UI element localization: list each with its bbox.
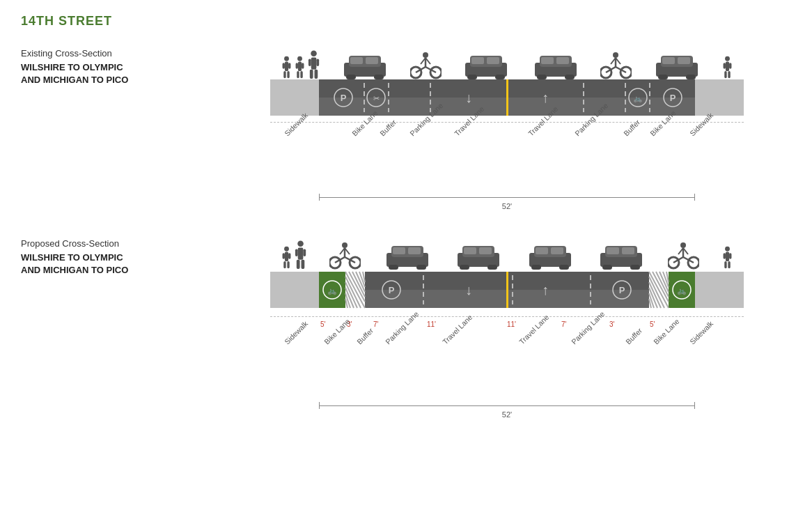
proposed-segment: WILSHIRE TO OLYMPIC AND MICHIGAN TO PICO <box>21 252 223 277</box>
car-icon <box>531 50 580 79</box>
svg-point-12 <box>311 50 317 56</box>
svg-rect-57 <box>678 57 690 64</box>
svg-rect-1 <box>285 62 288 72</box>
svg-rect-36 <box>471 57 484 64</box>
svg-point-0 <box>284 56 289 61</box>
left-pedestrians <box>281 50 320 79</box>
svg-text:P: P <box>619 285 625 295</box>
svg-text:P: P <box>389 285 395 295</box>
svg-point-58 <box>725 56 730 61</box>
existing-section: Existing Cross-Section WILSHIRE TO OLYMP… <box>21 41 791 210</box>
svg-rect-87 <box>283 261 286 268</box>
svg-rect-60 <box>724 71 726 78</box>
svg-rect-110 <box>408 247 421 254</box>
svg-rect-141 <box>724 253 726 259</box>
svg-rect-13 <box>311 58 317 70</box>
pedestrian-icon <box>294 56 306 79</box>
lane-label-buffer-left: Buffer <box>378 118 398 137</box>
svg-rect-14 <box>310 70 313 79</box>
pedestrian-icon <box>281 246 292 270</box>
svg-rect-23 <box>366 57 378 64</box>
car-icon <box>383 240 432 270</box>
svg-rect-90 <box>288 253 290 259</box>
svg-rect-41 <box>565 75 575 79</box>
svg-text:P: P <box>341 93 347 103</box>
svg-rect-140 <box>728 261 730 268</box>
pedestrian-icon <box>294 240 307 270</box>
cyclist-icon <box>668 242 699 270</box>
pedestrian-icon <box>721 246 733 270</box>
existing-segment: WILSHIRE TO OLYMPIC AND MICHIGAN TO PICO <box>21 61 223 86</box>
svg-rect-22 <box>350 57 363 64</box>
svg-rect-3 <box>287 71 289 78</box>
page-title: 14TH STREET <box>21 14 791 29</box>
car-icon <box>454 240 503 270</box>
svg-rect-4 <box>283 63 285 69</box>
existing-label: Existing Cross-Section WILSHIRE TO OLYMP… <box>21 41 223 86</box>
svg-text:🚲: 🚲 <box>677 286 687 295</box>
lane-label-buffer-right: Buffer <box>622 118 641 137</box>
proposed-lane-labels: Sidewalk Bike Lane Buffer Parking Lane T… <box>270 334 744 401</box>
existing-cross-section-title: Existing Cross-Section <box>21 48 223 59</box>
meas-5-right: 5' <box>650 320 655 328</box>
proposed-label: Proposed Cross-Section WILSHIRE TO OLYMP… <box>21 231 223 277</box>
existing-diagram: P ✂ ↓ ↑ 🚲 P <box>223 41 791 210</box>
svg-rect-5 <box>288 63 290 69</box>
svg-text:🚲: 🚲 <box>327 286 337 295</box>
svg-rect-54 <box>658 75 668 79</box>
svg-rect-16 <box>309 59 311 65</box>
svg-rect-68 <box>506 79 508 116</box>
meas-5-left: 5' <box>320 320 325 328</box>
cyclist-icon <box>329 242 361 270</box>
svg-rect-119 <box>531 265 541 270</box>
svg-text:↓: ↓ <box>465 90 472 105</box>
svg-rect-40 <box>537 75 547 79</box>
svg-point-26 <box>423 52 428 58</box>
car-icon <box>597 240 646 270</box>
existing-ref-line <box>270 122 744 123</box>
existing-dimension <box>270 194 744 201</box>
svg-rect-21 <box>374 75 384 79</box>
svg-rect-56 <box>662 57 675 64</box>
svg-text:P: P <box>670 93 676 103</box>
svg-rect-173 <box>506 272 508 308</box>
svg-rect-120 <box>559 265 569 270</box>
svg-rect-116 <box>479 247 492 254</box>
proposed-section: Proposed Cross-Section WILSHIRE TO OLYMP… <box>21 231 791 419</box>
svg-point-131 <box>680 242 686 248</box>
svg-rect-63 <box>729 63 731 69</box>
svg-rect-34 <box>467 75 477 79</box>
svg-rect-59 <box>726 62 729 72</box>
proposed-diagram: 🚲 P ↓ ↑ P 🚲 <box>223 231 791 419</box>
car-icon <box>526 240 575 270</box>
svg-rect-139 <box>724 261 726 268</box>
svg-rect-55 <box>686 75 696 79</box>
svg-rect-9 <box>300 71 302 78</box>
svg-rect-127 <box>607 247 619 254</box>
svg-rect-7 <box>298 62 302 72</box>
prop-left-pedestrians <box>281 240 307 270</box>
proposed-cross-section-title: Proposed Cross-Section <box>21 238 223 249</box>
svg-rect-10 <box>296 63 298 69</box>
svg-rect-113 <box>460 265 469 270</box>
proposed-silhouettes <box>270 231 744 270</box>
svg-rect-122 <box>551 247 563 254</box>
svg-rect-95 <box>295 249 298 256</box>
car-icon <box>462 50 510 79</box>
existing-section-row: Existing Cross-Section WILSHIRE TO OLYMP… <box>21 41 791 210</box>
svg-rect-61 <box>728 71 730 78</box>
svg-text:✂: ✂ <box>373 94 380 102</box>
svg-rect-43 <box>556 57 569 64</box>
svg-rect-146 <box>695 272 744 308</box>
svg-rect-88 <box>287 261 289 268</box>
meas-7-left: 7' <box>373 320 378 328</box>
svg-rect-89 <box>283 253 285 259</box>
car-icon <box>341 50 389 79</box>
svg-rect-92 <box>298 248 304 260</box>
pedestrian-icon <box>721 56 733 79</box>
proposed-dimension <box>270 402 744 409</box>
svg-rect-109 <box>393 247 405 254</box>
svg-rect-115 <box>464 247 476 254</box>
pedestrian-icon <box>307 50 320 79</box>
svg-rect-37 <box>487 57 499 64</box>
